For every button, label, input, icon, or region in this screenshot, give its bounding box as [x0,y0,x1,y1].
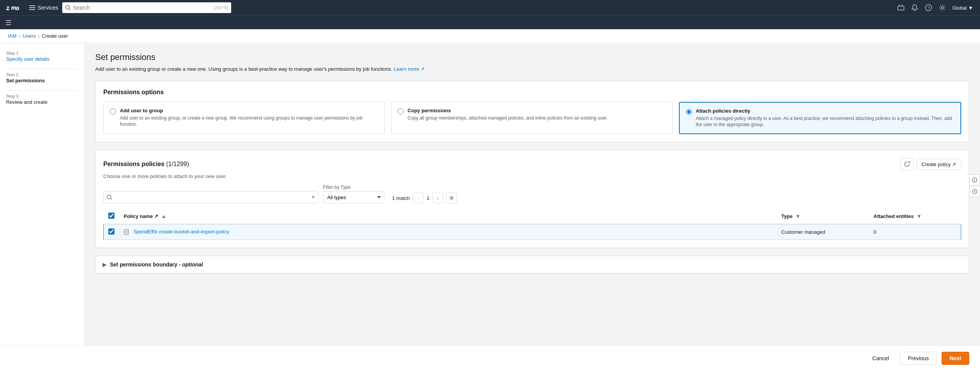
hamburger-menu-button[interactable]: ☰ [5,18,15,27]
perm-option-add-group-title: Add user to group [120,108,378,113]
perm-radio-attach[interactable] [686,109,692,115]
boundary-title-text: Set permissions boundary [110,261,177,268]
search-wrap: create-bucket-and-export-policy × [103,191,318,203]
col-header-name[interactable]: Policy name ↗ ▲ [119,209,777,224]
cancel-button[interactable]: Cancel [866,352,896,364]
row-checkbox-cell [104,224,119,240]
create-policy-button[interactable]: Create policy ↗ [917,159,961,170]
svg-point-18 [974,178,975,179]
boundary-toggle-icon: ▶ [103,261,107,268]
col-entities-sort: ▼ [917,213,922,219]
search-icon [65,5,71,10]
page-title: Set permissions [95,52,969,62]
permissions-options-group: Add user to group Add user to an existin… [103,102,961,135]
filter-type-select[interactable]: All types AWS managed Customer managed J… [323,191,384,203]
perm-option-add-group[interactable]: Add user to group Add user to an existin… [103,102,385,135]
step-3-label: Step 3 [6,94,78,98]
policy-link-text: create-bucket-and-export-policy [159,229,229,235]
policies-subtitle: Choose one or more policies to attach to… [103,173,961,179]
boundary-optional-text: - optional [179,261,203,268]
page-settings-button[interactable] [446,193,457,203]
previous-button[interactable]: Previous [900,352,937,365]
services-menu-button[interactable]: Services [25,0,62,15]
policies-header: Permissions policies (1/1299) Crea [103,158,961,170]
perm-option-add-group-desc: Add user to an existing group, or create… [120,115,378,128]
col-header-checkbox [104,209,119,224]
permissions-options-card: Permissions options Add user to group Ad… [95,81,969,143]
col-type-sort: ▼ [796,213,801,219]
svg-point-9 [107,195,111,199]
next-page-button[interactable]: › [432,193,443,203]
step-3-item: Step 3 Review and create [6,94,78,105]
policies-header-actions: Create policy ↗ [901,158,961,170]
global-search-input[interactable] [73,5,212,11]
nav-help-icon-button[interactable]: ? [922,2,935,14]
row-entities-cell: 0 [869,224,961,240]
prev-page-button[interactable]: ‹ [413,193,424,203]
col-header-type[interactable]: Type ▼ [777,209,869,224]
perm-option-attach-title: Attach policies directly [696,108,954,114]
policies-title: Permissions policies (1/1299) [103,161,189,167]
policy-name-link[interactable]: SpendEffix create-bucket-and-export-poli… [134,229,229,235]
next-button[interactable]: Next [942,352,969,365]
policy-prefix: SpendEffix [134,229,159,235]
main-content: Set permissions Add user to an existing … [84,43,980,371]
pagination-area: 1 match ‹ 1 › [392,193,457,203]
search-policies-icon [107,195,112,200]
create-policy-label: Create policy ↗ [922,161,956,167]
services-label: Services [38,5,58,11]
page-number: 1 [427,195,429,201]
search-clear-button[interactable]: × [311,194,315,200]
step-1-title[interactable]: Specify user details [6,56,78,62]
filter-type-group: Filter by Type All types AWS managed Cus… [323,185,384,203]
col-name-sort: ▲ [161,213,166,219]
perm-option-attach[interactable]: Attach policies directly Attach a manage… [679,102,961,135]
policy-doc-icon [124,229,130,235]
row-name-cell: SpendEffix create-bucket-and-export-poli… [119,224,777,240]
nav-cloud-icon-button[interactable] [895,2,907,14]
region-selector[interactable]: Global ▼ [950,5,975,11]
search-bar: [Alt+S] [62,2,231,13]
svg-point-8 [941,7,944,9]
policies-title-text: Permissions policies [103,161,164,167]
col-header-entities[interactable]: Attached entities ▼ [869,209,961,224]
select-all-checkbox[interactable] [108,213,114,219]
nav-settings-icon-button[interactable] [936,2,949,14]
sidebar-divider-1 [6,69,78,69]
row-checkbox[interactable] [108,228,114,235]
boundary-title: Set permissions boundary - optional [110,261,203,268]
nav-right-actions: ? Global ▼ [895,2,975,14]
refresh-button[interactable] [901,158,914,170]
perm-radio-copy[interactable] [397,108,404,115]
svg-line-21 [975,191,976,192]
sidebar-divider-2 [6,90,78,91]
step-3-title: Review and create [6,99,78,105]
svg-text:?: ? [927,6,930,10]
search-policies-input[interactable]: create-bucket-and-export-policy [114,195,309,200]
breadcrumb-users-link[interactable]: Users [23,33,36,39]
step-2-title: Set permissions [6,78,78,83]
nav-bell-icon-button[interactable] [909,2,921,14]
policies-count: (1/1299) [166,161,189,167]
clock-icon [972,189,977,194]
row-type-value: Customer managed [781,229,825,235]
side-info-button[interactable] [969,175,980,185]
top-navigation: Services [Alt+S] ? [0,0,980,15]
permissions-options-title: Permissions options [103,89,961,96]
breadcrumb-sep-1: › [19,33,20,39]
info-icon [972,177,977,183]
svg-line-4 [69,9,70,10]
footer-actions: Cancel Previous Next [0,345,980,371]
content-inner: Set permissions Add user to an existing … [95,52,969,300]
side-clock-button[interactable] [969,186,980,197]
search-shortcut: [Alt+S] [214,5,228,10]
breadcrumb: IAM › Users › Create user [0,29,980,43]
perm-radio-add-group[interactable] [110,108,116,115]
learn-more-link[interactable]: Learn more ↗ [394,66,425,72]
secondary-navigation: ☰ [0,15,980,29]
aws-logo [5,3,19,12]
perm-option-copy[interactable]: Copy permissions Copy all group membersh… [391,102,672,135]
step-2-label: Step 2 [6,72,78,77]
breadcrumb-iam-link[interactable]: IAM [8,33,17,39]
permissions-boundary-section[interactable]: ▶ Set permissions boundary - optional [95,256,969,273]
